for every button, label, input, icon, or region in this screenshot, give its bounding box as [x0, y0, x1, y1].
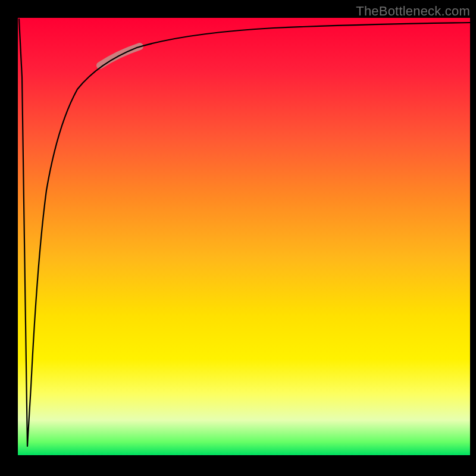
- curve-layer: [18, 18, 470, 455]
- bottleneck-curve: [19, 19, 470, 446]
- plot-area: [18, 18, 470, 455]
- watermark-text: TheBottleneck.com: [356, 4, 470, 19]
- chart-frame: TheBottleneck.com: [0, 0, 476, 476]
